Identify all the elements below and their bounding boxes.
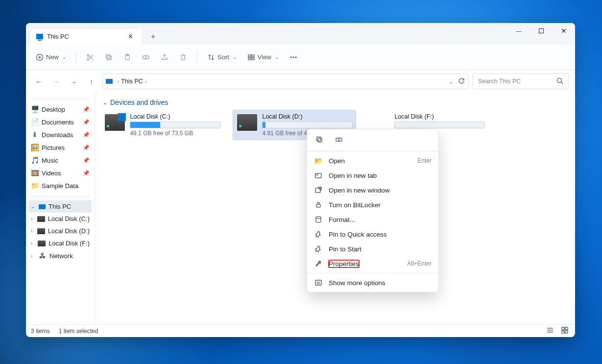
folder-open-icon: 📂 <box>314 157 323 165</box>
close-window-button[interactable]: ✕ <box>553 23 575 39</box>
sidebar-item-documents[interactable]: 📄Documents📌 <box>29 116 92 128</box>
breadcrumb-location[interactable]: This PC <box>121 78 143 85</box>
view-button[interactable]: View⌄ <box>243 50 283 64</box>
address-bar[interactable]: › This PC › ⌄ <box>102 73 469 89</box>
svg-rect-23 <box>315 173 321 178</box>
chevron-right-icon[interactable]: › <box>31 253 36 259</box>
drive-icon <box>237 114 257 131</box>
minimize-button[interactable]: — <box>507 23 530 39</box>
maximize-button[interactable] <box>530 23 553 39</box>
menu-show-more[interactable]: Show more options <box>307 275 438 290</box>
search-placeholder: Search This PC <box>478 78 521 85</box>
trash-icon <box>179 53 187 61</box>
sidebar-drive-c[interactable]: ›Local Disk (C:) <box>29 213 92 225</box>
view-icon <box>247 53 255 61</box>
drive-icon <box>38 241 46 246</box>
sort-button[interactable]: Sort⌄ <box>203 50 241 64</box>
monitor-icon <box>39 204 46 209</box>
desktop-icon: 🖥️ <box>31 105 39 113</box>
sidebar-drive-f[interactable]: ›Local Disk (F:) <box>29 237 92 249</box>
plus-circle-icon <box>36 53 44 61</box>
details-view-button[interactable] <box>545 325 555 337</box>
up-button[interactable]: ↑ <box>85 77 98 86</box>
share-icon <box>161 53 169 61</box>
forward-button[interactable]: → <box>49 77 63 86</box>
sidebar-item-pictures[interactable]: 🖼️Pictures📌 <box>29 141 92 154</box>
svg-point-26 <box>316 217 321 218</box>
tab-title: This PC <box>47 33 69 40</box>
menu-pin-start[interactable]: Pin to Start <box>307 242 438 256</box>
new-button[interactable]: New⌄ <box>32 50 70 64</box>
copy-button[interactable] <box>101 50 117 64</box>
sidebar-item-desktop[interactable]: 🖥️Desktop📌 <box>29 103 92 116</box>
sidebar-item-videos[interactable]: 🎞️Videos📌 <box>29 167 92 179</box>
title-bar: This PC ✕ ＋ — ✕ <box>26 23 575 45</box>
pictures-icon: 🖼️ <box>31 144 39 151</box>
ellipsis-icon <box>289 53 297 61</box>
sidebar-item-this-pc[interactable]: ⌄This PC <box>29 200 92 213</box>
rename-button[interactable] <box>138 50 154 64</box>
menu-pin-quick-access[interactable]: Pin to Quick access <box>307 227 438 242</box>
svg-point-2 <box>87 54 89 56</box>
pin-icon: 📌 <box>83 132 90 138</box>
sidebar-drive-d[interactable]: ›Local Disk (D:) <box>29 225 92 237</box>
drive-icon <box>105 114 125 131</box>
chevron-down-icon[interactable]: ⌄ <box>31 204 36 209</box>
share-button[interactable] <box>157 50 172 64</box>
chevron-right-icon[interactable]: › <box>31 241 35 246</box>
svg-rect-20 <box>318 138 322 142</box>
chevron-right-icon[interactable]: › <box>31 228 34 234</box>
sidebar-item-sample-data[interactable]: 📁Sample Data <box>29 179 92 192</box>
pin-icon: 📌 <box>83 157 90 164</box>
recent-dropdown[interactable]: ⌄ <box>67 78 81 85</box>
usage-bar <box>130 121 220 128</box>
format-icon <box>314 216 323 223</box>
pin-icon: 📌 <box>83 106 90 113</box>
svg-point-13 <box>293 57 294 58</box>
sidebar-item-network[interactable]: ›🖧Network <box>29 249 92 262</box>
copy-action[interactable] <box>314 134 325 145</box>
navigation-pane: 🖥️Desktop📌 📄Documents📌 ⬇Downloads📌 🖼️Pic… <box>26 93 95 324</box>
menu-format[interactable]: Format... <box>307 212 438 227</box>
rename-action[interactable] <box>334 134 344 145</box>
svg-rect-16 <box>562 327 564 330</box>
svg-rect-27 <box>315 280 321 285</box>
navigation-bar: ← → ⌄ ↑ › This PC › ⌄ Search This PC <box>26 70 575 93</box>
chevron-right-icon[interactable]: › <box>31 216 34 221</box>
svg-point-15 <box>557 78 562 82</box>
cut-button[interactable] <box>82 50 98 64</box>
address-dropdown[interactable]: ⌄ <box>449 79 453 84</box>
refresh-button[interactable] <box>458 77 465 86</box>
sidebar-item-music[interactable]: 🎵Music📌 <box>29 154 92 167</box>
pin-icon <box>314 230 323 238</box>
new-window-icon <box>314 186 323 194</box>
svg-point-1 <box>87 58 89 60</box>
menu-bitlocker[interactable]: Turn on BitLocker <box>307 197 438 212</box>
search-input[interactable]: Search This PC <box>473 73 569 89</box>
tab-this-pc[interactable]: This PC ✕ <box>30 28 143 45</box>
svg-rect-3 <box>107 56 111 60</box>
tab-icon <box>314 171 323 179</box>
drive-icon <box>37 216 45 222</box>
menu-open-new-tab[interactable]: Open in new tab <box>307 168 438 183</box>
tiles-view-button[interactable] <box>559 325 570 337</box>
paste-button[interactable] <box>120 50 135 64</box>
close-tab-button[interactable]: ✕ <box>125 31 136 42</box>
svg-rect-10 <box>248 58 251 60</box>
menu-open-new-window[interactable]: Open in new window <box>307 183 438 197</box>
new-tab-button[interactable]: ＋ <box>145 29 160 44</box>
more-button[interactable] <box>286 50 301 64</box>
group-header-devices[interactable]: ⌄ Devices and drives <box>95 93 575 110</box>
menu-properties[interactable]: PropertiesAlt+Enter <box>307 256 438 271</box>
pin-icon: 📌 <box>83 145 90 151</box>
drive-item-c[interactable]: Local Disk (C:) 49.1 GB free of 73.5 GB <box>101 110 223 140</box>
sidebar-item-downloads[interactable]: ⬇Downloads📌 <box>29 128 92 141</box>
delete-button[interactable] <box>175 50 191 64</box>
menu-open[interactable]: 📂OpenEnter <box>307 153 438 168</box>
svg-rect-18 <box>562 331 564 333</box>
copy-icon <box>105 53 113 61</box>
status-items: 3 items <box>31 328 50 335</box>
status-bar: 3 items 1 item selected <box>26 324 575 337</box>
context-menu: 📂OpenEnter Open in new tab Open in new w… <box>307 129 439 292</box>
back-button[interactable]: ← <box>32 77 46 86</box>
